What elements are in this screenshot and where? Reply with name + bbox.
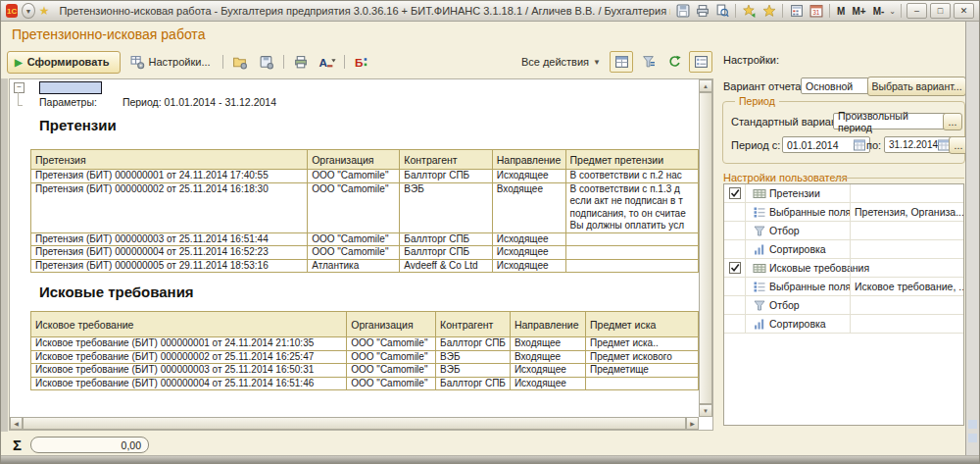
table-cell: В соответствии с п.2 нас [565,170,698,183]
save-icon[interactable] [674,4,691,19]
background-fragment [968,434,977,442]
horizontal-scrollbar[interactable]: ◀ ▶ [10,417,699,430]
favorites-list-icon[interactable] [760,4,777,19]
refresh-icon[interactable] [662,51,686,73]
period-group-title: Период [735,95,779,107]
fields-icon [752,206,766,219]
table-row[interactable]: Исковое требование (БИТ) 000000003 от 25… [31,364,699,378]
bit-finance-icon[interactable]: Б [350,51,373,73]
table-cell [565,232,698,246]
font-settings-icon[interactable]: A [316,51,339,73]
table-row[interactable]: Исковое требование (БИТ) 000000001 от 24… [31,337,699,351]
add-favorite-icon[interactable] [741,4,758,19]
show-report-grid-icon[interactable] [610,51,633,73]
background-window-strip [965,22,979,456]
memory-m-plus-button[interactable]: M+ [850,6,867,17]
print-report-icon[interactable] [289,51,313,73]
settings-panel-toggle-icon[interactable] [689,51,712,73]
tree-row[interactable]: Исковые требования [724,259,963,278]
all-actions-button[interactable]: Все действия ▼ [515,52,607,72]
report-parameters: Параметры:Период: 01.01.2014 - 31.12.201… [39,96,276,108]
table-cell: ВЭБ [436,364,511,378]
scroll-down-icon[interactable]: ▼ [699,404,712,417]
page-title: Претензионно-исковая работа [12,26,205,42]
choose-variant-button[interactable]: Выбрать вариант... [867,77,966,96]
tree-row[interactable]: Отбор [724,296,963,315]
save-settings-icon[interactable] [255,51,278,73]
vertical-scrollbar[interactable]: ▲ ▼ [699,79,712,417]
table-row[interactable]: Претензия (БИТ) 000000004 от 25.11.2014 … [31,246,699,260]
column-header: Предмет претензии [565,150,698,170]
table-cell: ВЭБ [400,182,492,232]
collapse-group-icon[interactable]: − [14,82,24,93]
table-cell: Баллторг СПБ [436,377,511,390]
minimize-button[interactable]: – [906,3,927,19]
settings-panel: Настройки: Вариант отчета: Основной Выбр… [718,50,969,433]
tree-item-value[interactable]: Исковое требование, ... [850,278,963,295]
memory-m-minus-button[interactable]: M- [871,6,887,17]
table-row[interactable]: Исковое требование (БИТ) 000000002 от 25… [31,350,699,364]
standard-variant-more-button[interactable]: ... [943,113,962,130]
table-cell: Претензия (БИТ) 000000002 от 25.11.2014 … [31,182,308,232]
table-row[interactable]: Исковое требование (БИТ) 000000004 от 25… [31,377,699,390]
table-cell: Предмет искового [586,350,699,364]
memory-m-button[interactable]: M [835,6,847,17]
tree-row[interactable]: Выбранные поляПретензия, Организа... [724,203,963,222]
scroll-up-icon[interactable]: ▲ [699,79,712,92]
maximize-button[interactable]: □ [930,3,951,19]
favorites-star-icon[interactable]: ★ [39,5,50,17]
tree-row[interactable]: Претензии [724,184,963,203]
chevron-down-icon[interactable]: ⌄ [889,7,896,16]
period-from-field[interactable]: 01.01.2014 [782,136,870,153]
sum-field[interactable]: 0,00 [30,437,149,453]
date-picker-icon[interactable] [854,139,865,151]
print-preview-icon[interactable] [713,4,730,19]
report-content[interactable]: − Параметры:Период: 01.01.2014 - 31.12.2… [10,79,699,417]
standard-variant-field[interactable]: Произвольный период [833,113,947,129]
filter-icon [752,299,766,312]
table-cell: Исходящее [510,377,585,390]
calendar-icon[interactable]: 31 [808,4,824,19]
scrollbar-thumb[interactable] [23,417,686,430]
table-row[interactable]: Претензия (БИТ) 000000005 от 29.11.2014 … [31,259,699,273]
table-row[interactable]: Претензия (БИТ) 000000001 от 24.11.2014 … [31,170,699,183]
table-row[interactable]: Претензия (БИТ) 000000002 от 25.11.2014 … [31,182,699,232]
tree-item-value[interactable] [850,222,963,239]
period-to-field[interactable]: 31.12.2014 [884,136,955,153]
tree-item-value[interactable] [850,296,963,314]
checkbox[interactable] [729,187,741,199]
main-menu-button[interactable]: ▼ [22,3,34,19]
report-structure-icon[interactable] [636,51,660,73]
table-cell: ООО "Camomile" [347,377,436,390]
close-button[interactable]: ✕ [954,3,974,19]
tree-item-value[interactable] [850,315,963,333]
tree-row[interactable]: Отбор [724,222,963,240]
generate-button[interactable]: ▶ Сформировать [7,51,121,74]
column-header: Организация [308,150,400,170]
table-cell: Исковое требование (БИТ) 000000003 от 25… [31,364,347,378]
checkbox-column [724,203,746,221]
tree-item-value[interactable] [850,240,963,258]
tree-item-value[interactable] [850,184,963,202]
tree-row[interactable]: Сортировка [724,240,963,259]
table-row[interactable]: Претензия (БИТ) 000000003 от 25.11.2014 … [31,232,699,246]
print-icon[interactable] [694,4,710,19]
checkbox[interactable] [729,262,741,274]
tree-item-value[interactable]: Претензия, Организа... [850,203,963,221]
scroll-right-icon[interactable]: ▶ [686,417,699,430]
tree-row[interactable]: Выбранные поляИсковое требование, ... [724,278,963,296]
table-cell: Входящее [510,337,585,351]
calculator-icon[interactable] [788,4,805,19]
scrollbar-thumb[interactable] [699,92,712,404]
checkbox-column [724,259,746,277]
tree-item-value[interactable] [850,259,963,277]
scroll-left-icon[interactable]: ◀ [10,417,23,430]
selected-cell[interactable] [39,81,102,94]
tree-row[interactable]: Сортировка [724,315,963,334]
table-cell: Баллторг СПБ [400,170,492,183]
settings-button[interactable]: Настройки... [123,51,218,74]
variant-field[interactable]: Основной [801,77,871,94]
table-cell: Исковое требование (БИТ) 000000001 от 24… [31,337,347,351]
table-cell: Avdeeff & Co Ltd [400,259,492,273]
load-settings-icon[interactable] [228,51,252,73]
